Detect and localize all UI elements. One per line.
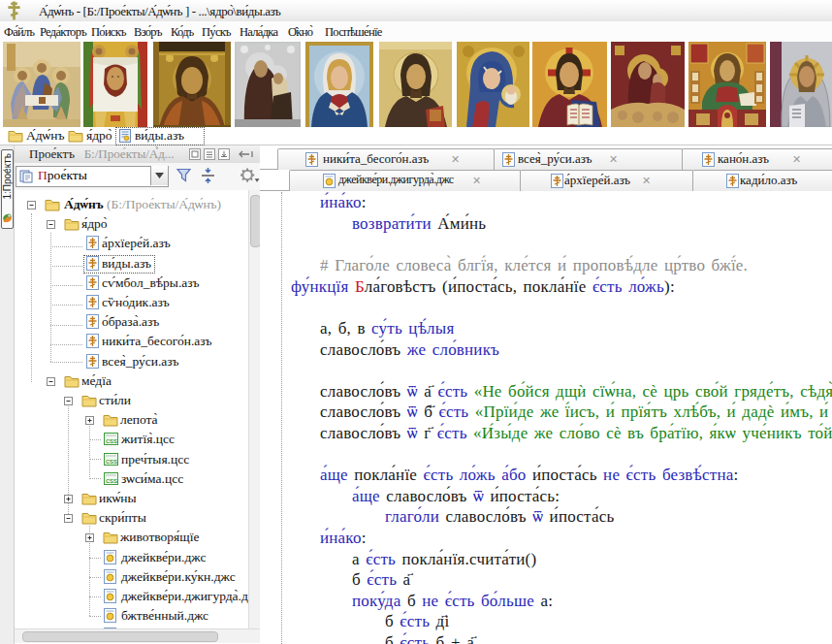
svg-text:css: css [106,476,117,485]
svg-text:css: css [106,457,117,466]
svg-text:css: css [106,436,117,445]
